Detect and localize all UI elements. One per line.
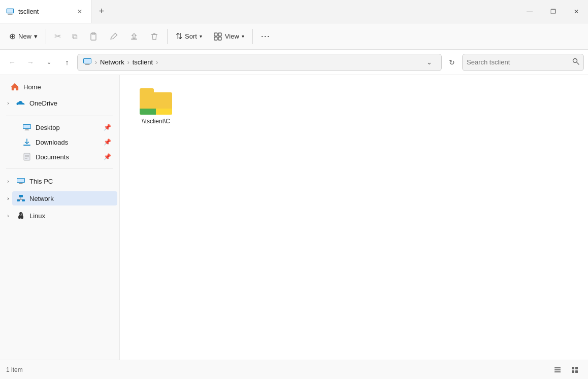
search-input[interactable] (467, 58, 569, 66)
sidebar-item-thispc-label: This PC (29, 178, 113, 185)
new-dropdown-icon: ▾ (34, 32, 38, 40)
sidebar-item-linux[interactable]: Linux (12, 209, 117, 223)
new-button[interactable]: ⊕ New ▾ (4, 28, 43, 44)
sidebar-item-linux-label: Linux (29, 212, 113, 220)
sort-button[interactable]: ⇅ Sort ▾ (171, 28, 207, 44)
svg-point-39 (21, 214, 22, 215)
svg-rect-3 (7, 9, 13, 13)
dropdown-button[interactable]: ⌄ (41, 54, 57, 71)
toolbar-sep-2 (167, 29, 168, 44)
address-bar[interactable]: › This PC Network › tsclient › ⌄ (77, 54, 442, 71)
documents-icon (22, 152, 31, 161)
svg-rect-10 (218, 37, 221, 40)
svg-rect-13 (85, 64, 89, 64)
copy-button[interactable]: ⧉ (67, 29, 83, 44)
downloads-icon (22, 137, 31, 147)
list-view-button[interactable] (550, 363, 565, 377)
new-icon: ⊕ (9, 31, 16, 41)
paste-button[interactable] (84, 29, 103, 44)
svg-rect-28 (19, 183, 23, 184)
sidebar-item-network[interactable]: Network (12, 191, 117, 205)
svg-line-16 (577, 62, 579, 64)
sort-icon: ⇅ (176, 31, 182, 41)
svg-rect-19 (25, 129, 29, 130)
svg-rect-32 (22, 199, 25, 201)
folder-icon-tsclientc (140, 88, 172, 115)
sidebar-item-documents[interactable]: Documents 📌 (2, 150, 117, 164)
maximize-button[interactable]: ❐ (541, 0, 565, 23)
file-grid: \\tsclient\C (128, 83, 580, 130)
downloads-pin-icon: 📌 (104, 139, 111, 146)
file-label-tsclientc: \\tsclient\C (142, 118, 170, 125)
view-button[interactable]: View ▾ (208, 29, 249, 44)
sidebar-item-network-section: › Network (0, 190, 119, 207)
more-button[interactable]: ··· (256, 28, 275, 45)
svg-rect-8 (218, 33, 221, 36)
forward-button[interactable]: → (22, 54, 39, 71)
svg-rect-29 (19, 184, 23, 184)
sidebar-item-home[interactable]: Home (2, 80, 117, 94)
tab-area: tsclient ✕ + (0, 0, 518, 23)
navbar: ← → ⌄ ↑ › This PC Network › tsclient › ⌄… (0, 50, 588, 75)
paste-icon (89, 32, 98, 41)
statusbar-right (550, 363, 582, 377)
svg-rect-42 (554, 371, 561, 372)
svg-rect-43 (572, 367, 574, 369)
titlebar: tsclient ✕ + — ❐ ✕ (0, 0, 588, 23)
breadcrumb-sep-2: › (127, 59, 129, 66)
documents-pin-icon: 📌 (104, 153, 111, 160)
search-icon (572, 58, 579, 66)
svg-rect-30 (19, 195, 23, 197)
svg-rect-7 (214, 33, 217, 36)
desktop-pin-icon: 📌 (104, 124, 111, 131)
main-area: Home › OneDrive (0, 75, 588, 360)
share-button[interactable] (124, 29, 144, 44)
linux-icon (16, 211, 25, 220)
svg-rect-46 (575, 370, 578, 373)
onedrive-icon (16, 98, 25, 108)
close-button[interactable]: ✕ (565, 0, 588, 23)
file-item-tsclientc[interactable]: \\tsclient\C (128, 83, 184, 130)
folder-body (140, 92, 172, 115)
sidebar-item-downloads-label: Downloads (36, 139, 100, 146)
breadcrumb-network[interactable]: This PC Network (100, 58, 124, 66)
sidebar-item-desktop[interactable]: Desktop 📌 (2, 120, 117, 134)
back-button[interactable]: ← (4, 54, 20, 71)
sidebar-item-home-label: Home (23, 83, 111, 91)
sidebar-divider-1 (6, 116, 113, 116)
cut-button[interactable]: ✂ (49, 28, 66, 44)
sidebar-item-downloads[interactable]: Downloads 📌 (2, 135, 117, 149)
folder-network-bar (140, 109, 172, 115)
svg-point-15 (573, 59, 577, 63)
breadcrumb-tsclient[interactable]: tsclient (133, 58, 153, 66)
svg-rect-12 (84, 59, 91, 63)
new-tab-button[interactable]: + (93, 4, 110, 20)
address-expand-button[interactable]: ⌄ (422, 55, 436, 70)
sidebar-item-thispc-section: › This PC (0, 173, 119, 190)
sidebar-item-thispc[interactable]: This PC (12, 174, 117, 188)
rename-icon (109, 32, 118, 41)
grid-view-button[interactable] (568, 363, 582, 377)
svg-rect-14 (85, 64, 90, 65)
svg-rect-18 (23, 125, 30, 128)
up-button[interactable]: ↑ (59, 54, 75, 71)
svg-rect-44 (575, 367, 578, 369)
rename-button[interactable] (104, 29, 123, 44)
sidebar-item-desktop-label: Desktop (36, 124, 100, 131)
view-dropdown-icon: ▾ (242, 33, 244, 39)
sidebar-item-onedrive[interactable]: OneDrive (12, 96, 117, 110)
search-bar[interactable] (462, 54, 584, 71)
onedrive-expand-button[interactable]: › (4, 99, 12, 107)
network-expand-button[interactable]: › (4, 194, 12, 202)
sidebar-item-linux-section: › Linux (0, 207, 119, 224)
cut-icon: ✂ (54, 31, 61, 41)
active-tab[interactable]: tsclient ✕ (0, 0, 91, 23)
window-controls: — ❐ ✕ (518, 0, 588, 23)
thispc-expand-button[interactable]: › (4, 177, 12, 185)
svg-rect-9 (214, 37, 217, 40)
tab-close-button[interactable]: ✕ (75, 7, 85, 17)
refresh-button[interactable]: ↻ (444, 54, 460, 71)
linux-expand-button[interactable]: › (4, 212, 12, 220)
delete-button[interactable] (145, 29, 164, 44)
minimize-button[interactable]: — (518, 0, 541, 23)
